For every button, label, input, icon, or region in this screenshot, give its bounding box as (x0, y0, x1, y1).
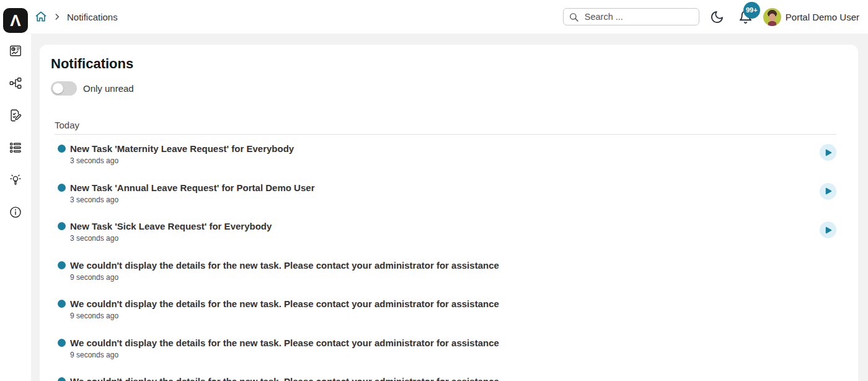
sidebar-item-dashboard[interactable] (0, 35, 31, 67)
notification-count-badge: 99+ (743, 2, 760, 19)
document-edit-icon (9, 109, 22, 122)
lightbulb-icon (9, 173, 22, 187)
notification-title: We couldn't display the details for the … (70, 337, 499, 349)
toggle-knob (53, 83, 63, 94)
moon-icon (710, 10, 724, 24)
unread-dot (58, 339, 66, 347)
notification-text: New Task 'Sick Leave Request' for Everyb… (70, 220, 272, 243)
sidebar-item-processes[interactable] (0, 67, 31, 99)
notification-text: New Task 'Maternity Leave Request' for E… (70, 143, 294, 165)
unread-dot (58, 184, 66, 192)
notification-item[interactable]: We couldn't display the details for the … (55, 367, 836, 381)
user-name: Portal Demo User (786, 12, 859, 22)
notifications-card: Notifications Only unread Today New Task… (40, 45, 858, 381)
unread-dot (58, 222, 66, 230)
only-unread-row: Only unread (51, 81, 858, 96)
info-icon (9, 205, 22, 219)
notification-time: 3 seconds ago (70, 156, 294, 165)
notification-text: We couldn't display the details for the … (70, 337, 499, 359)
section-label-today: Today (55, 120, 836, 134)
notification-item[interactable]: New Task 'Sick Leave Request' for Everyb… (55, 212, 836, 251)
notification-title: New Task 'Maternity Leave Request' for E… (70, 143, 294, 155)
tree-icon (9, 76, 22, 90)
notification-text: New Task 'Annual Leave Request' for Port… (70, 182, 314, 204)
dark-mode-toggle[interactable] (710, 10, 724, 24)
unread-dot (58, 261, 66, 269)
play-icon (825, 187, 832, 195)
notification-action-button[interactable] (820, 183, 836, 200)
sidebar-item-tasklist[interactable] (0, 132, 31, 164)
list-icon (9, 141, 22, 155)
app-logo-glyph: Λ (10, 11, 20, 30)
search-box[interactable] (563, 8, 699, 25)
search-icon (569, 12, 579, 22)
only-unread-toggle[interactable] (51, 81, 77, 96)
breadcrumb: Notifications (35, 0, 118, 34)
notification-item[interactable]: New Task 'Maternity Leave Request' for E… (55, 135, 836, 174)
sidebar-item-ideas[interactable] (0, 164, 31, 196)
notification-time: 9 seconds ago (70, 351, 499, 359)
notifications-button[interactable]: 99+ (738, 10, 753, 24)
notification-item[interactable]: We couldn't display the details for the … (55, 251, 836, 290)
chevron-right-icon (53, 12, 61, 21)
notification-text: We couldn't display the details for the … (70, 298, 499, 320)
notification-title: We couldn't display the details for the … (70, 259, 499, 271)
notifications-list: New Task 'Maternity Leave Request' for E… (55, 135, 836, 381)
topbar-actions: 99+ Portal Demo User (563, 0, 859, 34)
page-title: Notifications (40, 45, 858, 72)
home-icon[interactable] (35, 11, 47, 23)
notification-time: 3 seconds ago (70, 234, 272, 243)
notification-title: New Task 'Sick Leave Request' for Everyb… (70, 220, 272, 232)
unread-dot (58, 145, 66, 153)
notification-action-button[interactable] (820, 222, 836, 238)
play-icon (825, 226, 832, 234)
sidebar-item-info[interactable] (0, 196, 31, 228)
notification-item[interactable]: We couldn't display the details for the … (55, 329, 836, 368)
topbar: Λ Notifications (0, 0, 868, 34)
notification-action-button[interactable] (820, 144, 836, 161)
sidebar-item-forms[interactable] (0, 99, 31, 132)
notification-item[interactable]: New Task 'Annual Leave Request' for Port… (55, 174, 836, 213)
avatar[interactable] (763, 8, 781, 26)
today-section-header: Today (55, 120, 836, 135)
app-logo[interactable]: Λ (3, 8, 28, 33)
play-icon (825, 149, 832, 156)
unread-dot (58, 300, 66, 308)
only-unread-label: Only unread (83, 83, 134, 94)
notification-time: 9 seconds ago (70, 273, 499, 282)
notification-item[interactable]: We couldn't display the details for the … (55, 290, 836, 329)
notification-title: New Task 'Annual Leave Request' for Port… (70, 182, 314, 194)
notification-text: We couldn't display the details for the … (70, 375, 499, 381)
sidebar (0, 34, 31, 381)
notification-title: We couldn't display the details for the … (70, 298, 499, 310)
notification-text: We couldn't display the details for the … (70, 259, 499, 282)
breadcrumb-current: Notifications (67, 12, 118, 22)
search-input[interactable] (583, 11, 694, 22)
notification-title: We couldn't display the details for the … (70, 375, 499, 381)
unread-dot (58, 377, 66, 381)
monitor-chart-icon (9, 44, 22, 58)
notification-time: 3 seconds ago (70, 195, 314, 204)
notification-time: 9 seconds ago (70, 312, 499, 320)
